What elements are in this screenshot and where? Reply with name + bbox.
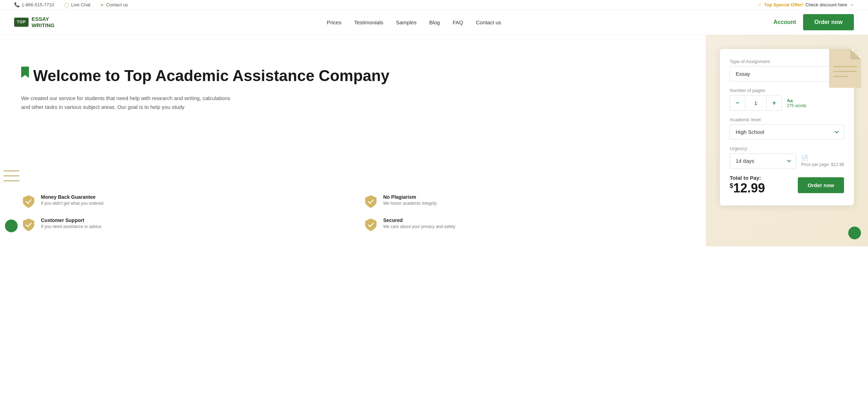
price-per-page-info: 📄 Price per page: $12.99 <box>801 154 844 168</box>
shield-icon-3 <box>21 217 36 232</box>
logo-text: ESSAYWRITING <box>31 16 54 29</box>
assignment-select[interactable]: Essay Research Paper Dissertation Course… <box>730 66 844 81</box>
order-now-header-button[interactable]: Order now <box>803 14 854 30</box>
feature-customer-support: Customer Support If you need assistance … <box>21 217 342 232</box>
academic-level-group: Academic level: High School Undergraduat… <box>730 117 844 140</box>
right-decorative-doc <box>829 49 861 89</box>
special-offer-text: Top Special Offer! <box>764 2 803 7</box>
top-bar-right: ☆ Top Special Offer! Check discount here… <box>758 2 854 7</box>
hero-section: Welcome to Top Academic Assistance Compa… <box>0 35 868 246</box>
logo[interactable]: TOP ESSAYWRITING <box>14 16 54 29</box>
nav-blog[interactable]: Blog <box>429 19 440 25</box>
nav-faq[interactable]: FAQ <box>453 19 463 25</box>
feature-text-3: Customer Support If you need assistance … <box>41 217 101 229</box>
live-chat-link[interactable]: ◯ Live Chat <box>64 2 91 7</box>
shield-icon-1 <box>21 194 36 209</box>
pages-decrement-button[interactable]: − <box>730 95 745 111</box>
assignment-label: Type of Assignment: <box>730 59 844 64</box>
words-count: 275 words <box>787 103 806 108</box>
nav-samples[interactable]: Samples <box>396 19 416 25</box>
shield-icon-2 <box>363 194 378 209</box>
top-bar: 📞 1-866-515-7710 ◯ Live Chat ➤ Contact u… <box>0 0 868 10</box>
words-info: Aa 275 words <box>787 98 806 108</box>
logo-icon: TOP <box>14 18 29 26</box>
level-label: Academic level: <box>730 117 844 122</box>
feature-text-2: No Plagiarism We honor academic integrit… <box>383 194 437 206</box>
urgency-select-wrap: 14 days 10 days 7 days 5 days 3 days 2 d… <box>730 153 796 168</box>
feature-text-1: Money Back Guarantee If you didn't get w… <box>41 194 103 206</box>
academic-level-select[interactable]: High School Undergraduate Master's PhD <box>730 124 844 140</box>
hero-title: Welcome to Top Academic Assistance Compa… <box>33 67 390 85</box>
main-nav: Prices Testimonials Samples Blog FAQ Con… <box>327 19 501 25</box>
pages-row: − + Aa 275 words <box>730 95 844 111</box>
assignment-type-group: Type of Assignment: Essay Research Paper… <box>730 59 844 81</box>
pages-group: Number of pages: − + Aa 275 words <box>730 88 844 111</box>
nav-prices[interactable]: Prices <box>327 19 342 25</box>
price-per-page-text: Price per page: $12.99 <box>801 162 844 167</box>
check-discount-text[interactable]: Check discount here <box>805 2 847 7</box>
pages-increment-button[interactable]: + <box>766 95 782 111</box>
urgency-group: Urgency: 14 days 10 days 7 days 5 days 3… <box>730 146 844 168</box>
svg-marker-4 <box>850 49 861 60</box>
urgency-label: Urgency: <box>730 146 844 151</box>
shield-icon-4 <box>363 217 378 232</box>
arrow-icon: → <box>849 2 854 7</box>
phone-link[interactable]: 📞 1-866-515-7710 <box>14 2 54 7</box>
urgency-select[interactable]: 14 days 10 days 7 days 5 days 3 days 2 d… <box>730 153 796 168</box>
top-bar-left: 📞 1-866-515-7710 ◯ Live Chat ➤ Contact u… <box>14 2 128 7</box>
hero-right: Type of Assignment: Essay Research Paper… <box>706 35 868 246</box>
currency-symbol: $ <box>730 182 733 189</box>
nav-testimonials[interactable]: Testimonials <box>354 19 384 25</box>
bookmark-icon <box>21 67 29 78</box>
feature-secured: Secured We care about your privacy and s… <box>363 217 685 232</box>
pages-label: Number of pages: <box>730 88 844 93</box>
send-icon: ➤ <box>100 2 104 7</box>
features-grid: Money Back Guarantee If you didn't get w… <box>21 194 685 232</box>
chat-icon: ◯ <box>64 2 70 7</box>
contact-us-top-link[interactable]: ➤ Contact us <box>100 2 128 7</box>
hero-description: We created our service for students that… <box>21 94 240 112</box>
star-icon: ☆ <box>758 2 762 7</box>
header-right: Account Order now <box>773 14 854 30</box>
phone-icon: 📞 <box>14 2 20 7</box>
total-row: Total to Pay: $12.99 Order now <box>730 175 844 196</box>
right-decorative-circle <box>848 227 861 239</box>
total-price: $12.99 <box>730 181 765 196</box>
hero-title-wrap: Welcome to Top Academic Assistance Compa… <box>21 67 685 85</box>
hero-left: Welcome to Top Academic Assistance Compa… <box>0 35 706 246</box>
header: TOP ESSAYWRITING Prices Testimonials Sam… <box>0 10 868 35</box>
nav-contact[interactable]: Contact us <box>476 19 501 25</box>
order-now-form-button[interactable]: Order now <box>798 177 844 193</box>
feature-money-back: Money Back Guarantee If you didn't get w… <box>21 194 342 209</box>
total-info: Total to Pay: $12.99 <box>730 175 765 196</box>
words-aa-label: Aa <box>787 98 806 103</box>
doc-icon: 📄 <box>801 155 808 161</box>
total-label: Total to Pay: <box>730 175 765 181</box>
urgency-row: 14 days 10 days 7 days 5 days 3 days 2 d… <box>730 153 844 168</box>
feature-text-4: Secured We care about your privacy and s… <box>383 217 456 229</box>
feature-no-plagiarism: No Plagiarism We honor academic integrit… <box>363 194 685 209</box>
account-link[interactable]: Account <box>773 19 796 25</box>
pages-input[interactable] <box>745 95 766 111</box>
